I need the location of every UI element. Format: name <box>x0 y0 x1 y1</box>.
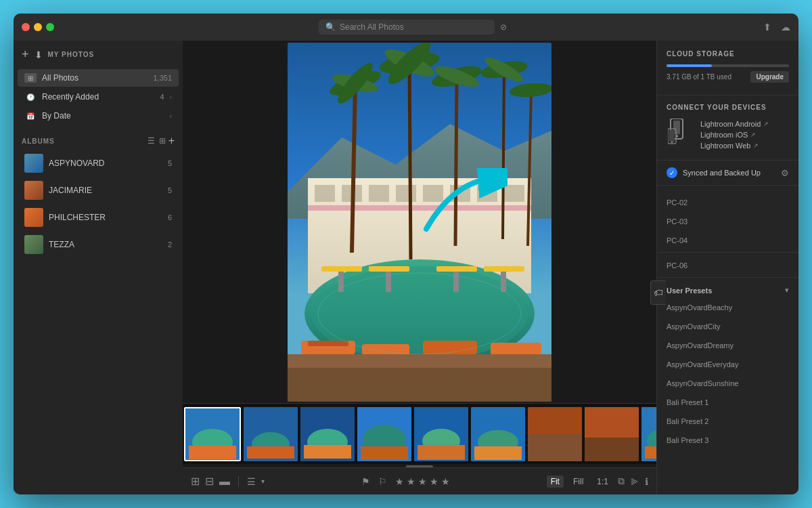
lightroom-ios-link[interactable]: Lightroom iOS ↗ <box>700 131 769 139</box>
svg-rect-5 <box>369 185 389 202</box>
film-strip-item[interactable] <box>300 407 355 461</box>
preset-item-pc02[interactable]: PC-02 <box>657 192 798 211</box>
tags-panel-button[interactable]: 🏷 <box>656 280 666 305</box>
film-strip-item[interactable] <box>585 407 639 461</box>
sidebar-item-recently-added[interactable]: 🕐 Recently Added 4 ‹ <box>18 88 179 106</box>
sidebyside-icon[interactable]: ⫸ <box>630 476 639 487</box>
filter-icon[interactable]: ⊘ <box>500 22 507 32</box>
album-item-philchester[interactable]: PHILCHESTER 6 <box>18 205 179 230</box>
svg-line-29 <box>455 77 457 246</box>
svg-rect-19 <box>453 272 459 292</box>
device-links: Lightroom Android ↗ Lightroom iOS ↗ Ligh… <box>700 120 769 150</box>
preset-aspynovard-city[interactable]: AspynOvardCity <box>657 316 798 335</box>
album-item-tezza[interactable]: TEZZA 2 <box>18 232 179 257</box>
preset-aspynovard-beachy[interactable]: AspynOvardBeachy <box>657 297 798 316</box>
album-count-tezza: 2 <box>168 240 172 249</box>
svg-rect-11 <box>308 205 531 211</box>
add-button[interactable]: + <box>22 47 29 62</box>
album-thumb-img <box>24 154 43 173</box>
lightroom-web-link[interactable]: Lightroom Web ↗ <box>700 142 769 150</box>
svg-rect-21 <box>501 272 506 292</box>
film-strip-item[interactable] <box>414 407 468 461</box>
star-2[interactable]: ★ <box>407 476 415 487</box>
fit-view-button[interactable]: Fit <box>547 475 564 488</box>
albums-header: ALBUMS ☰ ⊞ + <box>14 129 183 150</box>
user-presets-label: User Presets <box>667 287 785 295</box>
svg-rect-52 <box>247 446 294 459</box>
sync-settings-icon[interactable]: ⚙ <box>781 168 789 178</box>
grid-view-button[interactable]: ⊞ <box>191 475 200 488</box>
user-presets-header[interactable]: User Presets ▾ <box>657 280 798 297</box>
import-button[interactable]: ⬇ <box>35 49 43 60</box>
svg-rect-83 <box>669 130 675 142</box>
upgrade-button[interactable]: Upgrade <box>750 71 789 83</box>
presets-separator-2 <box>657 277 798 278</box>
sidebar-item-all-photos[interactable]: ⊞ All Photos 1,351 <box>18 69 179 87</box>
album-item-aspynovard[interactable]: ASPYNOVARD 5 <box>18 150 179 176</box>
film-strip-item[interactable] <box>357 407 411 461</box>
all-photos-icon: ⊞ <box>24 73 37 83</box>
grid-view-icon[interactable]: ⊞ <box>159 136 166 146</box>
recently-added-icon: 🕐 <box>24 92 37 102</box>
photo-main: ⊞ ⊟ ▬ ☰ ▾ ⚑ ⚐ ★ ★ ★ ★ ★ <box>183 41 656 494</box>
svg-rect-58 <box>361 446 408 460</box>
film-strip-item[interactable] <box>471 407 525 461</box>
album-thumb-img <box>24 235 43 254</box>
search-bar[interactable]: 🔍 Search All Photos <box>319 20 495 35</box>
sort-chevron[interactable]: ▾ <box>261 478 265 485</box>
film-strip-item[interactable] <box>244 407 298 461</box>
share-icon[interactable]: ⬆ <box>763 22 771 33</box>
storage-used-text: 3.71 GB of 1 TB used <box>667 73 731 81</box>
sort-icon[interactable]: ☰ <box>247 476 256 487</box>
one-to-one-view-button[interactable]: 1:1 <box>593 475 612 488</box>
all-photos-label: All Photos <box>42 73 148 83</box>
preset-item-pc06[interactable]: PC-06 <box>657 255 798 274</box>
preset-bali-1[interactable]: Bali Preset 1 <box>657 392 798 411</box>
fill-view-button[interactable]: Fill <box>569 475 587 488</box>
film-strip-item[interactable] <box>641 407 656 461</box>
preset-aspynovard-sunshine[interactable]: AspynOvardSunshine <box>657 373 798 392</box>
compare-icon[interactable]: ⧉ <box>618 475 625 487</box>
star-3[interactable]: ★ <box>418 476 427 487</box>
cloud-sync-icon[interactable]: ☁ <box>781 22 790 33</box>
film-strip-item[interactable] <box>184 407 241 461</box>
preset-bali-2[interactable]: Bali Preset 2 <box>657 411 798 430</box>
recently-added-count: 4 <box>160 93 164 101</box>
single-view-button[interactable]: ▬ <box>219 475 230 488</box>
preset-aspynovard-everyday[interactable]: AspynOvardEveryday <box>657 354 798 373</box>
preset-aspynovard-dreamy[interactable]: AspynOvardDreamy <box>657 335 798 354</box>
svg-rect-68 <box>585 438 639 461</box>
svg-point-84 <box>671 142 673 144</box>
flag-icon[interactable]: ⚑ <box>361 476 370 487</box>
info-button[interactable]: ℹ <box>645 476 648 487</box>
star-1[interactable]: ★ <box>395 476 404 487</box>
star-4[interactable]: ★ <box>430 476 438 487</box>
recently-added-chevron: ‹ <box>170 93 172 101</box>
square-view-button[interactable]: ⊟ <box>205 475 214 488</box>
svg-rect-8 <box>450 185 470 202</box>
close-button[interactable] <box>22 23 30 31</box>
app-window: 🔍 Search All Photos ⊘ ⬆ ☁ + ⬇ MY PHOTOS … <box>14 14 798 494</box>
preset-label: AspynOvardDreamy <box>667 341 734 350</box>
user-presets-chevron: ▾ <box>785 286 789 295</box>
preset-item-pc03[interactable]: PC-03 <box>657 211 798 230</box>
svg-rect-23 <box>308 341 348 346</box>
preset-item-pc04[interactable]: PC-04 <box>657 230 798 249</box>
star-5[interactable]: ★ <box>441 476 450 487</box>
album-thumb-philchester <box>24 208 43 227</box>
connect-devices-title: CONNECT YOUR DEVICES <box>667 104 789 111</box>
main-content: + ⬇ MY PHOTOS ⊞ All Photos 1,351 🕐 Recen… <box>14 41 798 494</box>
reject-icon[interactable]: ⚐ <box>378 476 387 487</box>
preset-bali-3[interactable]: Bali Preset 3 <box>657 430 798 449</box>
fullscreen-button[interactable] <box>46 23 54 31</box>
album-item-jacimarie[interactable]: JACIMARIE 5 <box>18 177 179 203</box>
lightroom-android-link[interactable]: Lightroom Android ↗ <box>700 120 769 128</box>
sidebar: + ⬇ MY PHOTOS ⊞ All Photos 1,351 🕐 Recen… <box>14 41 183 494</box>
film-strip-item[interactable] <box>528 407 582 461</box>
add-album-button[interactable]: + <box>168 135 175 147</box>
minimize-button[interactable] <box>34 23 42 31</box>
title-bar-right: ⬆ ☁ <box>763 22 790 33</box>
list-view-icon[interactable]: ☰ <box>148 136 155 146</box>
svg-rect-61 <box>418 445 465 460</box>
sidebar-item-by-date[interactable]: 📅 By Date ‹ <box>18 107 179 125</box>
